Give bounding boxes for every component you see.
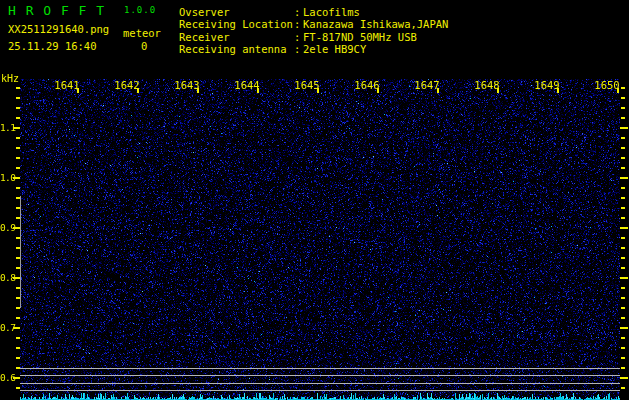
mode-label: meteor (123, 28, 161, 39)
axis-tick (621, 157, 625, 159)
axis-tick (621, 347, 625, 349)
axis-tick (621, 107, 625, 109)
axis-tick (621, 117, 625, 119)
freq-tick-label: 0.6 (0, 373, 14, 383)
time-tick-label: 1644 (233, 80, 261, 91)
axis-tick (621, 297, 625, 299)
y-axis-unit-label: kHz (1, 74, 19, 84)
axis-tick (621, 197, 625, 199)
axis-tick (621, 207, 625, 209)
axis-tick (621, 137, 625, 139)
station-label: Receiving antenna (179, 44, 294, 55)
axis-tick (621, 307, 625, 309)
axis-tick (621, 237, 625, 239)
axis-tick (621, 287, 625, 289)
time-tick-label: 1646 (353, 80, 381, 91)
station-value: FT-817ND 50MHz USB (303, 31, 417, 43)
axis-tick (620, 227, 628, 229)
time-tick-label: 1643 (173, 80, 201, 91)
axis-tick (621, 267, 625, 269)
station-label: Receiver (179, 32, 294, 43)
axis-tick (621, 87, 625, 89)
station-value: 2ele HB9CY (303, 43, 366, 55)
signal-trace-line (20, 196, 21, 308)
time-tick-label: 1648 (473, 80, 501, 91)
axis-tick (621, 317, 625, 319)
calibration-line (20, 368, 620, 369)
calibration-line (20, 383, 620, 384)
station-value: Lacofilms (303, 6, 360, 18)
station-value: Kanazawa Ishikawa,JAPAN (303, 18, 448, 30)
axis-tick (621, 367, 625, 369)
station-row-location: Receiving Location:Kanazawa Ishikawa,JAP… (179, 19, 448, 30)
axis-tick (620, 277, 628, 279)
axis-tick (621, 387, 625, 389)
axis-tick (621, 217, 625, 219)
datetime: 25.11.29 16:40 (8, 41, 97, 52)
axis-tick (620, 177, 628, 179)
output-filename: XX2511291640.png (8, 24, 109, 35)
calibration-line (20, 375, 620, 376)
calibration-line (20, 390, 620, 391)
freq-tick-label: 1.0 (0, 173, 14, 183)
axis-tick (621, 167, 625, 169)
freq-tick-label: 0.9 (0, 223, 14, 233)
time-tick-label: 1647 (413, 80, 441, 91)
axis-tick (621, 337, 625, 339)
axis-tick (621, 187, 625, 189)
axis-tick (621, 247, 625, 249)
separator: : (294, 19, 303, 30)
app-title: H R O F F T (8, 4, 105, 17)
time-tick-label: 1642 (113, 80, 141, 91)
separator: : (294, 7, 303, 18)
time-tick-label: 1650 (593, 80, 621, 91)
station-row-observer: Ovserver:Lacofilms (179, 7, 360, 18)
freq-tick-label: 1.1 (0, 123, 14, 133)
freq-tick-label: 0.8 (0, 273, 14, 283)
meteor-count: 0 (141, 41, 147, 52)
freq-tick-label: 0.7 (0, 323, 14, 333)
station-label: Ovserver (179, 7, 294, 18)
spectrogram-canvas (20, 79, 620, 400)
time-tick-label: 1645 (293, 80, 321, 91)
axis-tick (620, 127, 628, 129)
axis-tick (621, 357, 625, 359)
station-row-antenna: Receiving antenna:2ele HB9CY (179, 44, 366, 55)
station-label: Receiving Location (179, 19, 294, 30)
axis-tick (620, 377, 628, 379)
separator: : (294, 32, 303, 43)
hrofft-window: H R O F F T 1.0.0 XX2511291640.png meteo… (0, 0, 629, 400)
axis-tick (621, 257, 625, 259)
time-tick-label: 1649 (533, 80, 561, 91)
axis-tick (621, 147, 625, 149)
separator: : (294, 44, 303, 55)
time-tick-label: 1641 (53, 80, 81, 91)
app-version: 1.0.0 (124, 6, 156, 15)
station-row-receiver: Receiver:FT-817ND 50MHz USB (179, 32, 417, 43)
axis-tick (621, 97, 625, 99)
axis-tick (620, 327, 628, 329)
